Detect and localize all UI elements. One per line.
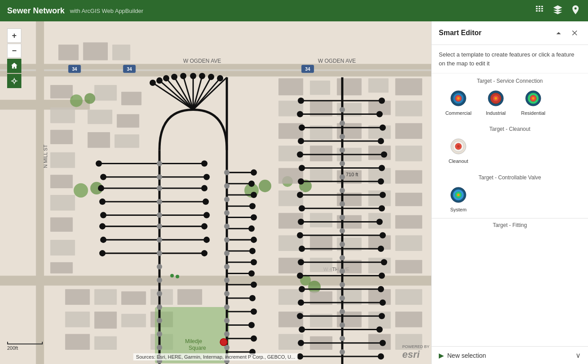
section-service-connection: Target - Service Connection Comm xyxy=(432,73,588,121)
svg-point-285 xyxy=(297,313,303,319)
new-selection-arrow-icon: ▶ xyxy=(439,352,444,359)
svg-rect-95 xyxy=(368,258,391,273)
svg-rect-41 xyxy=(50,262,73,273)
svg-point-151 xyxy=(100,174,106,180)
section-fitting-title: Target - Fitting xyxy=(439,222,581,228)
smart-editor-content[interactable]: Target - Service Connection Comm xyxy=(432,73,588,346)
svg-point-175 xyxy=(201,223,208,230)
commercial-icon-wrap xyxy=(449,89,468,108)
svg-text:710 ft: 710 ft xyxy=(346,172,358,177)
template-item-cleanout[interactable]: Cleanout xyxy=(442,137,474,164)
svg-point-221 xyxy=(381,151,387,158)
layers-icon[interactable] xyxy=(552,4,563,17)
svg-point-179 xyxy=(201,250,208,256)
svg-rect-97 xyxy=(65,289,90,305)
svg-point-251 xyxy=(378,353,384,360)
svg-point-304 xyxy=(157,318,162,323)
new-selection-button[interactable]: ▶ New selection ∨ xyxy=(432,347,588,364)
location-icon[interactable] xyxy=(570,4,581,17)
svg-point-289 xyxy=(298,340,304,346)
template-item-commercial[interactable]: Commercial xyxy=(442,89,474,116)
grid-icon[interactable] xyxy=(535,4,545,17)
svg-point-334 xyxy=(339,255,345,260)
svg-point-316 xyxy=(224,278,229,283)
svg-point-131 xyxy=(156,77,163,84)
svg-point-247 xyxy=(376,326,383,332)
svg-point-217 xyxy=(380,125,386,131)
svg-rect-62 xyxy=(395,101,422,116)
svg-rect-63 xyxy=(278,123,303,139)
svg-point-213 xyxy=(379,97,385,104)
esri-logo: POWERED BY esri xyxy=(402,344,429,360)
svg-point-173 xyxy=(204,212,210,218)
svg-point-275 xyxy=(299,246,305,252)
svg-point-277 xyxy=(298,259,304,265)
svg-point-231 xyxy=(376,218,383,225)
svg-rect-0 xyxy=(536,6,538,7)
svg-point-333 xyxy=(339,242,345,247)
svg-rect-36 xyxy=(50,152,75,168)
svg-point-310 xyxy=(224,197,229,202)
new-selection-label: New selection xyxy=(447,352,576,359)
svg-point-366 xyxy=(457,145,460,148)
map-attribution: Sources: Esri, HERE, Garmin, Intermap, i… xyxy=(133,353,298,360)
svg-rect-45 xyxy=(117,114,139,128)
svg-point-339 xyxy=(339,322,345,328)
svg-point-169 xyxy=(201,185,208,191)
zoom-out-button[interactable]: − xyxy=(7,44,21,58)
svg-point-335 xyxy=(339,268,345,274)
svg-point-197 xyxy=(251,259,257,265)
template-item-industrial[interactable]: Industrial xyxy=(480,89,512,116)
svg-point-283 xyxy=(298,299,304,306)
cleanout-icon-wrap xyxy=(449,137,468,156)
svg-point-281 xyxy=(299,286,305,292)
svg-point-48 xyxy=(70,94,82,107)
svg-text:W OGDEN AVE: W OGDEN AVE xyxy=(183,58,221,64)
svg-point-239 xyxy=(379,272,385,279)
svg-point-133 xyxy=(163,75,169,81)
cleanout-items: Cleanout xyxy=(439,137,581,164)
locate-button[interactable] xyxy=(7,74,21,88)
svg-point-233 xyxy=(380,232,386,239)
controllable-valve-items: System xyxy=(439,185,581,213)
svg-rect-43 xyxy=(121,92,141,105)
svg-point-337 xyxy=(339,295,345,301)
template-item-system[interactable]: System xyxy=(442,185,474,213)
svg-rect-34 xyxy=(50,107,75,123)
smart-editor-panel: Smart Editor Select a template to create… xyxy=(431,21,588,364)
svg-point-317 xyxy=(224,291,229,296)
map-container[interactable]: 34 34 34 W OGDEN AVE W OGDEN AVE N MILL … xyxy=(0,21,431,364)
svg-point-245 xyxy=(379,313,385,319)
system-icon xyxy=(450,187,466,203)
svg-rect-107 xyxy=(65,311,90,327)
svg-point-219 xyxy=(378,138,384,144)
zoom-in-button[interactable]: + xyxy=(7,28,21,43)
svg-point-292 xyxy=(157,161,162,166)
svg-point-255 xyxy=(297,111,303,117)
home-button[interactable] xyxy=(7,59,21,73)
svg-rect-81 xyxy=(395,193,422,206)
collapse-button[interactable] xyxy=(552,27,565,39)
template-item-residential[interactable]: Residential xyxy=(517,89,549,116)
svg-rect-1 xyxy=(539,6,540,7)
svg-point-49 xyxy=(85,93,95,104)
svg-point-163 xyxy=(99,250,106,256)
close-button[interactable] xyxy=(568,27,581,39)
svg-point-263 xyxy=(299,165,305,171)
svg-rect-101 xyxy=(177,289,202,305)
svg-rect-40 xyxy=(50,240,75,255)
svg-point-293 xyxy=(157,174,162,180)
svg-rect-11 xyxy=(0,69,431,71)
svg-point-267 xyxy=(297,192,303,198)
commercial-icon xyxy=(450,90,466,106)
svg-rect-117 xyxy=(94,336,117,350)
svg-point-257 xyxy=(299,125,305,131)
smart-editor-title: Smart Editor xyxy=(439,29,552,37)
svg-text:W OGDEN AVE: W OGDEN AVE xyxy=(318,58,356,64)
svg-point-323 xyxy=(339,107,345,112)
svg-point-143 xyxy=(208,74,214,80)
svg-rect-2 xyxy=(541,6,543,7)
svg-point-165 xyxy=(201,160,208,166)
svg-point-296 xyxy=(157,212,162,218)
svg-point-329 xyxy=(339,188,345,193)
